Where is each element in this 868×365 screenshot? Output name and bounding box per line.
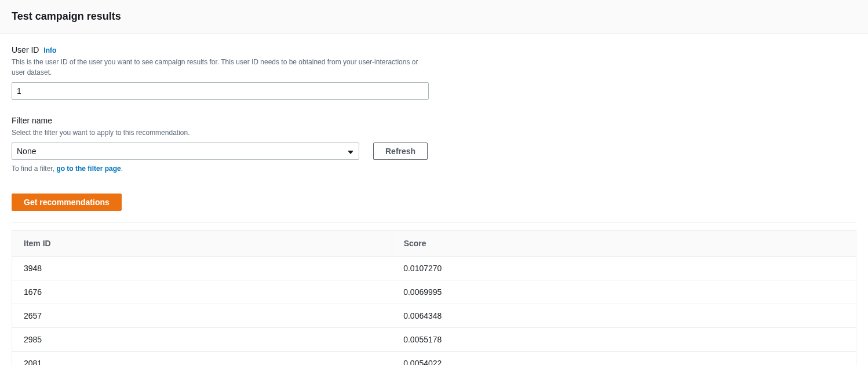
cell-score: 0.0055178: [392, 328, 856, 352]
filter-page-link[interactable]: go to the filter page: [56, 165, 121, 173]
table-row: 39480.0107270: [12, 257, 856, 280]
user-id-label: User ID: [12, 45, 39, 54]
cell-score: 0.0069995: [392, 280, 856, 304]
user-id-group: User ID Info This is the user ID of the …: [12, 45, 440, 100]
user-id-input[interactable]: [12, 82, 429, 100]
cell-score: 0.0107270: [392, 257, 856, 280]
cell-item-id: 3948: [12, 257, 392, 280]
user-id-description: This is the user ID of the user you want…: [12, 57, 429, 78]
results-table-container: Item ID Score 39480.010727016760.0069995…: [12, 230, 856, 365]
results-table: Item ID Score 39480.010727016760.0069995…: [12, 231, 856, 365]
column-header-score[interactable]: Score: [392, 231, 856, 257]
cell-score: 0.0054022: [392, 352, 856, 366]
get-recommendations-button[interactable]: Get recommendations: [12, 194, 122, 211]
table-row: 26570.0064348: [12, 304, 856, 328]
cell-item-id: 2657: [12, 304, 392, 328]
column-header-item-id[interactable]: Item ID: [12, 231, 392, 257]
filter-hint: To find a filter, go to the filter page.: [12, 165, 440, 173]
filter-label: Filter name: [12, 116, 52, 125]
content-area: User ID Info This is the user ID of the …: [0, 34, 868, 365]
user-id-label-row: User ID Info: [12, 45, 440, 54]
filter-group: Filter name Select the filter you want t…: [12, 116, 440, 173]
cell-item-id: 1676: [12, 280, 392, 304]
table-row: 29850.0055178: [12, 328, 856, 352]
page-header: Test campaign results: [0, 0, 868, 34]
filter-row: None Refresh: [12, 143, 440, 160]
filter-hint-suffix: .: [121, 165, 123, 173]
cell-item-id: 2985: [12, 328, 392, 352]
refresh-button[interactable]: Refresh: [373, 143, 428, 160]
filter-hint-prefix: To find a filter,: [12, 165, 56, 173]
table-row: 16760.0069995: [12, 280, 856, 304]
filter-description: Select the filter you want to apply to t…: [12, 127, 429, 138]
page-title: Test campaign results: [12, 10, 856, 23]
table-row: 20810.0054022: [12, 352, 856, 366]
filter-select[interactable]: None: [12, 143, 359, 160]
filter-select-wrapper: None: [12, 143, 359, 160]
cell-item-id: 2081: [12, 352, 392, 366]
section-divider: [12, 222, 856, 223]
user-id-info-link[interactable]: Info: [43, 46, 56, 54]
cell-score: 0.0064348: [392, 304, 856, 328]
